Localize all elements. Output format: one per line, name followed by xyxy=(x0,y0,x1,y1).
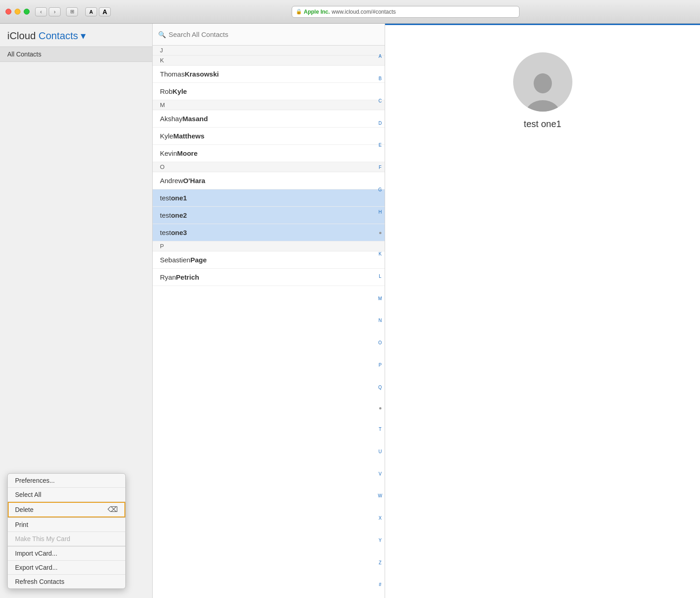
contact-row-masand[interactable]: Akshay Masand xyxy=(153,110,385,128)
alpha-y[interactable]: Y xyxy=(379,538,382,543)
alpha-hash[interactable]: # xyxy=(379,583,381,587)
nav-buttons: ‹ › xyxy=(35,7,61,16)
contacts-panel: 🔍 J K Thomas Krasowski Rob Kyle M Akshay… xyxy=(153,24,385,598)
section-header-m: M xyxy=(153,100,385,110)
alphabet-index: A B C D E F G H K L M N O P Q T U V W X … xyxy=(376,24,385,598)
url-company: Apple Inc. xyxy=(304,9,330,15)
alpha-q[interactable]: Q xyxy=(378,385,382,390)
context-menu: Preferences... Select All Delete ⌫ Print… xyxy=(7,473,126,589)
menu-item-export-vcard[interactable]: Export vCard... xyxy=(8,561,125,575)
contact-row-petrich[interactable]: Ryan Petrich xyxy=(153,269,385,286)
menu-item-delete[interactable]: Delete ⌫ xyxy=(8,502,125,517)
contact-row-page[interactable]: Sebastien Page xyxy=(153,251,385,269)
detail-panel: test one1 xyxy=(385,24,700,598)
alpha-g[interactable]: G xyxy=(378,188,382,192)
alpha-c[interactable]: C xyxy=(378,99,381,103)
alpha-k[interactable]: K xyxy=(379,252,382,256)
alpha-m[interactable]: M xyxy=(378,296,382,301)
alpha-w[interactable]: W xyxy=(378,494,382,498)
app-container: iCloud Contacts ▾ All Contacts Preferenc… xyxy=(0,24,700,598)
menu-item-import-vcard[interactable]: Import vCard... xyxy=(8,547,125,561)
lock-icon: 🔒 xyxy=(296,9,302,15)
alpha-b[interactable]: B xyxy=(379,77,382,81)
delete-backspace-icon: ⌫ xyxy=(108,505,118,514)
menu-item-preferences[interactable]: Preferences... xyxy=(8,474,125,488)
alpha-v[interactable]: V xyxy=(379,472,382,476)
alpha-p[interactable]: P xyxy=(379,363,382,368)
contact-row-ohara[interactable]: Andrew O'Hara xyxy=(153,172,385,189)
search-bar: 🔍 xyxy=(153,24,385,46)
alpha-dot-1 xyxy=(379,232,381,234)
avatar xyxy=(513,52,572,112)
search-icon: 🔍 xyxy=(158,31,166,38)
contact-detail-name: test one1 xyxy=(524,119,561,129)
section-header-p: P xyxy=(153,241,385,251)
font-increase-button[interactable]: A xyxy=(99,7,111,16)
contact-row-moore[interactable]: Kevin Moore xyxy=(153,145,385,162)
alpha-x[interactable]: X xyxy=(379,516,382,521)
contacts-label: Contacts ▾ xyxy=(39,30,86,41)
minimize-button[interactable] xyxy=(15,9,21,15)
url-bar[interactable]: 🔒 Apple Inc. www.icloud.com/#contacts xyxy=(292,6,520,18)
menu-item-make-my-card: Make This My Card xyxy=(8,532,125,546)
section-header-k: K xyxy=(153,56,385,66)
alpha-t[interactable]: T xyxy=(379,427,381,432)
section-header-o: O xyxy=(153,162,385,172)
back-button[interactable]: ‹ xyxy=(35,7,47,16)
svg-point-0 xyxy=(534,73,552,93)
traffic-lights xyxy=(5,9,30,15)
sidebar: iCloud Contacts ▾ All Contacts Preferenc… xyxy=(0,24,153,598)
alpha-l[interactable]: L xyxy=(379,274,381,279)
alpha-z[interactable]: Z xyxy=(379,561,381,565)
section-header-j: J xyxy=(153,46,385,56)
menu-item-refresh[interactable]: Refresh Contacts xyxy=(8,575,125,588)
contact-row-one3[interactable]: test one3 xyxy=(153,224,385,241)
alpha-d[interactable]: D xyxy=(378,121,381,126)
contacts-list: J K Thomas Krasowski Rob Kyle M Akshay M… xyxy=(153,46,385,598)
alpha-f[interactable]: F xyxy=(379,165,381,170)
sidebar-header: iCloud Contacts ▾ xyxy=(0,24,152,47)
alpha-h[interactable]: H xyxy=(378,210,381,215)
alpha-a[interactable]: A xyxy=(379,54,382,59)
font-decrease-button[interactable]: A xyxy=(85,7,97,16)
menu-item-print[interactable]: Print xyxy=(8,518,125,532)
font-size-buttons: A A xyxy=(85,7,111,16)
fullscreen-button[interactable] xyxy=(24,9,30,15)
url-text: www.icloud.com/#contacts xyxy=(332,9,396,15)
contact-row-one1[interactable]: test one1 xyxy=(153,189,385,207)
avatar-silhouette xyxy=(525,71,561,112)
close-button[interactable] xyxy=(5,9,11,15)
alpha-u[interactable]: U xyxy=(378,450,381,454)
contact-row-one2[interactable]: test one2 xyxy=(153,207,385,224)
menu-item-select-all[interactable]: Select All xyxy=(8,488,125,502)
contact-row-matthews[interactable]: Kyle Matthews xyxy=(153,128,385,145)
alpha-e[interactable]: E xyxy=(379,143,382,148)
app-title: iCloud Contacts ▾ xyxy=(7,30,86,41)
alpha-dot-2 xyxy=(379,407,381,409)
svg-point-1 xyxy=(525,100,560,112)
window-mode-button[interactable]: ⊞ xyxy=(66,7,78,16)
contact-row-krasowski[interactable]: Thomas Krasowski xyxy=(153,66,385,83)
forward-button[interactable]: › xyxy=(49,7,61,16)
contact-row-kyle[interactable]: Rob Kyle xyxy=(153,83,385,100)
icloud-label: iCloud xyxy=(7,30,36,41)
alpha-o[interactable]: O xyxy=(378,341,382,345)
search-input[interactable] xyxy=(169,31,379,38)
titlebar: ‹ › ⊞ A A 🔒 Apple Inc. www.icloud.com/#c… xyxy=(0,0,700,24)
all-contacts-item[interactable]: All Contacts xyxy=(0,47,152,62)
alpha-n[interactable]: N xyxy=(378,318,381,323)
